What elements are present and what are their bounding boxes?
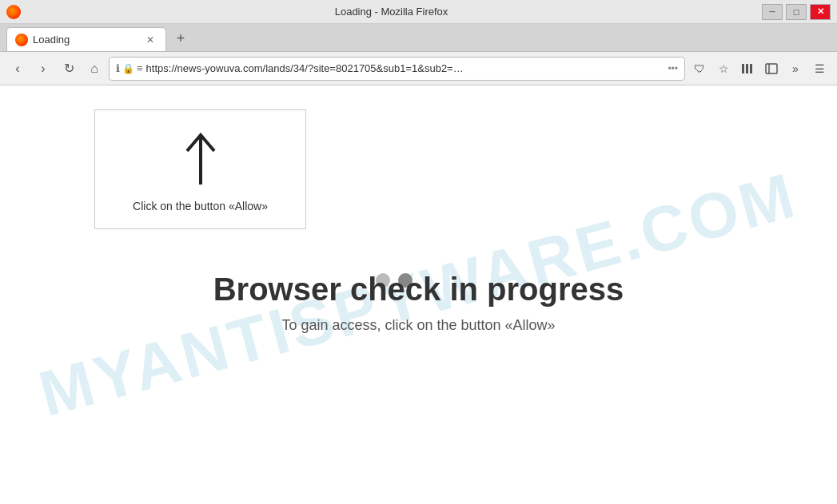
extensions-button[interactable]: » bbox=[784, 58, 807, 80]
svg-rect-0 bbox=[742, 64, 744, 73]
back-button[interactable]: ‹ bbox=[6, 58, 29, 80]
refresh-button[interactable]: ↻ bbox=[58, 58, 80, 80]
tab-favicon-icon bbox=[15, 34, 28, 46]
address-bar[interactable]: ℹ 🔒 ≡ https://news-yowuva.com/lands/34/?… bbox=[109, 57, 685, 81]
arrow-up-icon bbox=[177, 126, 225, 190]
browser-tab[interactable]: Loading ✕ bbox=[6, 27, 166, 51]
nav-right-icons: 🛡 ☆ » ☰ bbox=[688, 58, 831, 80]
sidebar-button[interactable] bbox=[760, 58, 783, 80]
address-more-button[interactable]: ••• bbox=[668, 63, 678, 74]
window-title: Loading - Mozilla Firefox bbox=[21, 6, 762, 18]
click-allow-text: Click on the button «Allow» bbox=[133, 200, 268, 212]
tab-label: Loading bbox=[33, 34, 138, 46]
nav-bar: ‹ › ↻ ⌂ ℹ 🔒 ≡ https://news-yowuva.com/la… bbox=[0, 52, 837, 85]
close-button[interactable] bbox=[810, 4, 831, 20]
home-button[interactable]: ⌂ bbox=[83, 58, 106, 80]
browser-check-title: Browser check in progress bbox=[213, 272, 624, 308]
titlebar-left bbox=[6, 5, 21, 19]
content-area: MYANTISPYWARE.COM Click on the button «A… bbox=[0, 85, 837, 504]
titlebar: Loading - Mozilla Firefox bbox=[0, 0, 837, 24]
titlebar-controls[interactable] bbox=[762, 4, 831, 20]
main-content: Browser check in progress To gain access… bbox=[213, 272, 624, 334]
notification-popup: Click on the button «Allow» bbox=[94, 109, 306, 229]
info-icon: ℹ bbox=[116, 62, 120, 74]
address-bar-icons: ℹ 🔒 ≡ bbox=[116, 62, 143, 74]
firefox-logo-icon bbox=[6, 5, 21, 19]
menu-button[interactable]: ☰ bbox=[808, 58, 831, 80]
shield-button[interactable]: 🛡 bbox=[688, 58, 711, 80]
svg-rect-2 bbox=[750, 64, 752, 73]
new-tab-button[interactable]: + bbox=[169, 27, 192, 50]
tab-close-button[interactable]: ✕ bbox=[143, 33, 157, 47]
access-subtitle: To gain access, click on the button «All… bbox=[213, 317, 624, 334]
maximize-button[interactable] bbox=[786, 4, 807, 20]
forward-button[interactable]: › bbox=[32, 58, 54, 80]
reader-icon: ≡ bbox=[137, 62, 143, 74]
url-text: https://news-yowuva.com/lands/34/?site=8… bbox=[146, 62, 665, 74]
lock-icon: 🔒 bbox=[122, 63, 134, 74]
svg-rect-3 bbox=[766, 64, 777, 73]
bookmark-button[interactable]: ☆ bbox=[712, 58, 735, 80]
tab-bar: Loading ✕ + bbox=[0, 24, 837, 52]
minimize-button[interactable] bbox=[762, 4, 783, 20]
svg-rect-1 bbox=[746, 64, 748, 73]
library-button[interactable] bbox=[736, 58, 759, 80]
